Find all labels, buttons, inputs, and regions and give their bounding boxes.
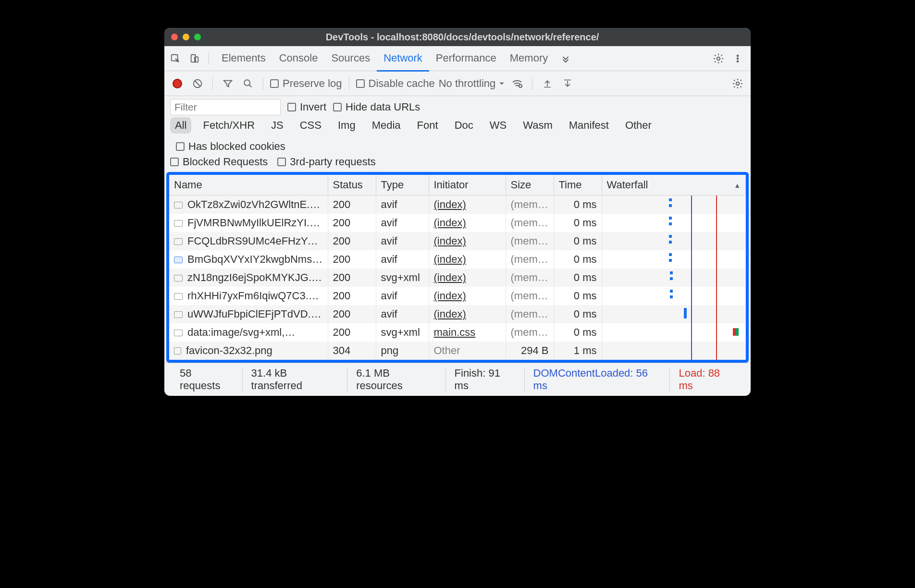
cell-name[interactable]: OkTz8xZwi0zVh2GWltnE.p… xyxy=(169,196,328,214)
cell-initiator[interactable]: (index) xyxy=(429,269,506,287)
more-tabs-icon[interactable] xyxy=(557,50,574,67)
cell-name[interactable]: FCQLdbRS9UMc4eFHzYvI… xyxy=(169,232,328,250)
request-row[interactable]: FCQLdbRS9UMc4eFHzYvI…200avif(index)(mem…… xyxy=(169,232,746,250)
column-initiator[interactable]: Initiator xyxy=(429,175,506,196)
summary-requests: 58 requests xyxy=(171,367,242,392)
device-toggle-icon[interactable] xyxy=(186,50,203,67)
tab-network[interactable]: Network xyxy=(377,46,429,72)
export-har-icon[interactable] xyxy=(559,75,576,92)
kebab-menu-icon[interactable] xyxy=(730,50,746,67)
request-row[interactable]: zN18ngzI6ejSpoKMYKJG.s…200svg+xml(index)… xyxy=(169,269,746,287)
hide-data-urls-checkbox[interactable]: Hide data URLs xyxy=(333,101,420,113)
column-type[interactable]: Type xyxy=(376,175,429,196)
request-row[interactable]: favicon-32x32.png304pngOther294 B1 ms xyxy=(169,342,746,360)
cell-waterfall xyxy=(602,214,746,232)
request-row[interactable]: FjVMRBNwMyIlkUElRzYI.p…200avif(index)(me… xyxy=(169,214,746,232)
column-waterfall[interactable]: Waterfall xyxy=(602,175,746,196)
cell-waterfall xyxy=(602,232,746,250)
initiator-link[interactable]: (index) xyxy=(434,253,466,265)
cell-name[interactable]: rhXHHi7yxFm6IqiwQ7C3.p… xyxy=(169,287,328,305)
initiator-link[interactable]: (index) xyxy=(434,290,466,302)
preserve-log-checkbox[interactable]: Preserve log xyxy=(270,77,342,90)
cell-size: (mem… xyxy=(506,269,554,287)
file-type-icon xyxy=(174,311,183,318)
initiator-link[interactable]: (index) xyxy=(434,217,466,229)
column-time[interactable]: Time xyxy=(554,175,602,196)
cell-initiator[interactable]: (index) xyxy=(429,287,506,305)
cell-name[interactable]: FjVMRBNwMyIlkUElRzYI.p… xyxy=(169,214,328,232)
third-party-checkbox[interactable]: 3rd-party requests xyxy=(277,156,376,168)
window-title: DevTools - localhost:8080/docs/devtools/… xyxy=(181,32,744,43)
blocked-requests-checkbox[interactable]: Blocked Requests xyxy=(170,156,268,168)
cell-time: 0 ms xyxy=(554,269,602,287)
column-size[interactable]: Size xyxy=(506,175,554,196)
clear-icon[interactable] xyxy=(189,75,206,92)
cell-type: png xyxy=(376,342,429,360)
tab-memory[interactable]: Memory xyxy=(503,46,555,71)
request-row[interactable]: uWWJfuFbpiClEFjPTdVD.p…200avif(index)(me… xyxy=(169,305,746,323)
request-row[interactable]: rhXHHi7yxFm6IqiwQ7C3.p…200avif(index)(me… xyxy=(169,287,746,305)
invert-checkbox[interactable]: Invert xyxy=(287,101,326,113)
cell-name[interactable]: favicon-32x32.png xyxy=(169,342,328,360)
settings-icon[interactable] xyxy=(710,50,727,67)
cell-type: svg+xml xyxy=(376,323,429,342)
cell-status: 200 xyxy=(328,323,376,342)
svg-point-3 xyxy=(717,57,720,60)
type-filter-media[interactable]: Media xyxy=(367,117,406,134)
cell-size: 294 B xyxy=(506,342,554,360)
type-filter-doc[interactable]: Doc xyxy=(450,117,478,134)
svg-point-10 xyxy=(736,82,739,85)
close-icon[interactable] xyxy=(171,34,178,40)
record-button[interactable] xyxy=(169,75,185,92)
search-icon[interactable] xyxy=(240,75,256,92)
initiator-link[interactable]: (index) xyxy=(434,198,466,210)
request-row[interactable]: data:image/svg+xml,…200svg+xmlmain.css(m… xyxy=(169,323,746,342)
summary-resources: 6.1 MB resources xyxy=(347,367,445,392)
type-filter-wasm[interactable]: Wasm xyxy=(518,117,557,134)
type-filter-other[interactable]: Other xyxy=(620,117,656,134)
cell-initiator[interactable]: (index) xyxy=(429,250,506,269)
type-filter-fetch-xhr[interactable]: Fetch/XHR xyxy=(198,117,260,134)
cell-initiator[interactable]: main.css xyxy=(429,323,506,342)
titlebar: DevTools - localhost:8080/docs/devtools/… xyxy=(164,28,751,46)
tab-sources[interactable]: Sources xyxy=(324,46,377,71)
cell-initiator[interactable]: (index) xyxy=(429,196,506,214)
network-settings-icon[interactable] xyxy=(730,75,746,92)
tab-performance[interactable]: Performance xyxy=(429,46,503,71)
filter-icon[interactable] xyxy=(220,75,236,92)
request-row[interactable]: BmGbqXVYxIY2kwgbNms…200avif(index)(mem…0… xyxy=(169,250,746,269)
column-status[interactable]: Status xyxy=(328,175,376,196)
throttling-select[interactable]: No throttling xyxy=(439,77,506,90)
column-name[interactable]: Name xyxy=(169,175,328,196)
tab-elements[interactable]: Elements xyxy=(215,46,272,71)
initiator-link[interactable]: (index) xyxy=(434,308,466,320)
type-filter-all[interactable]: All xyxy=(170,117,191,134)
cell-name[interactable]: zN18ngzI6ejSpoKMYKJG.s… xyxy=(169,269,328,287)
tab-console[interactable]: Console xyxy=(272,46,325,71)
cell-initiator[interactable]: (index) xyxy=(429,214,506,232)
cell-name[interactable]: BmGbqXVYxIY2kwgbNms… xyxy=(169,250,328,269)
initiator-link[interactable]: (index) xyxy=(434,271,466,283)
inspect-element-icon[interactable] xyxy=(167,50,184,67)
import-har-icon[interactable] xyxy=(539,75,556,92)
type-filter-css[interactable]: CSS xyxy=(295,117,326,134)
cell-time: 0 ms xyxy=(554,196,602,214)
request-row[interactable]: OkTz8xZwi0zVh2GWltnE.p…200avif(index)(me… xyxy=(169,196,746,214)
cell-initiator[interactable]: (index) xyxy=(429,305,506,323)
filter-input[interactable] xyxy=(170,99,281,115)
network-conditions-icon[interactable] xyxy=(509,75,525,92)
type-filter-font[interactable]: Font xyxy=(412,117,443,134)
initiator-link[interactable]: (index) xyxy=(434,235,466,247)
type-filter-ws[interactable]: WS xyxy=(485,117,511,134)
disable-cache-checkbox[interactable]: Disable cache xyxy=(356,77,435,90)
has-blocked-cookies-checkbox[interactable]: Has blocked cookies xyxy=(176,140,285,153)
type-filter-js[interactable]: JS xyxy=(266,117,288,134)
type-filter-manifest[interactable]: Manifest xyxy=(564,117,614,134)
initiator-link[interactable]: main.css xyxy=(434,326,476,338)
type-filter-img[interactable]: Img xyxy=(333,117,360,134)
cell-initiator[interactable]: (index) xyxy=(429,232,506,250)
cell-name[interactable]: uWWJfuFbpiClEFjPTdVD.p… xyxy=(169,305,328,323)
cell-size: (mem… xyxy=(506,305,554,323)
cell-name[interactable]: data:image/svg+xml,… xyxy=(169,323,328,342)
cell-waterfall xyxy=(602,323,746,342)
